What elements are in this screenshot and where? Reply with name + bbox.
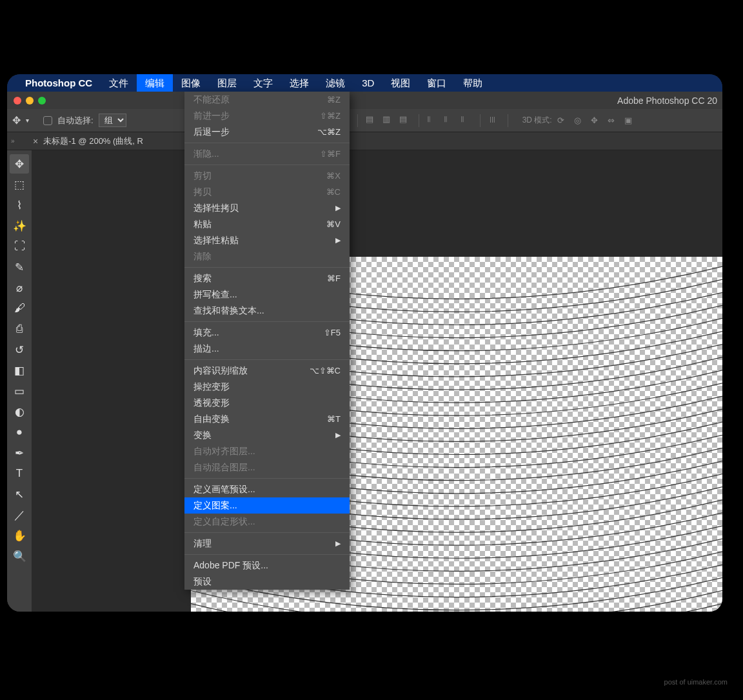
distribute-h-icon[interactable]: ⫴ <box>427 114 439 125</box>
traffic-lights <box>7 97 46 105</box>
menu-item[interactable]: Adobe PDF 预设... <box>184 557 350 574</box>
align-bottom-icon[interactable]: ▤ <box>399 114 411 125</box>
menu-item[interactable]: 拼写检查... <box>184 286 350 303</box>
menu-item-shortcut: ⇧⌘F <box>320 149 341 159</box>
hand-tool[interactable]: ✋ <box>10 526 29 545</box>
menu-type[interactable]: 文字 <box>245 74 281 92</box>
gradient-tool[interactable]: ▭ <box>10 381 29 401</box>
menu-item[interactable]: 清理▶ <box>184 535 350 552</box>
type-tool[interactable]: T <box>10 464 29 483</box>
menu-3d[interactable]: 3D <box>353 74 382 92</box>
menu-item-label: 定义自定形状... <box>193 516 255 528</box>
3d-slide-icon[interactable]: ⇔ <box>608 115 619 126</box>
workspace: ✥ ⬚ ⌇ ✨ ⛶ ✎ ⌀ 🖌 ⎙ ↺ ◧ ▭ ◐ ● ✒ T ↖ ／ ✋ 🔍 <box>7 150 722 612</box>
menu-item-label: 后退一步 <box>193 126 230 138</box>
menu-window[interactable]: 窗口 <box>419 74 455 92</box>
menu-item-label: 清除 <box>193 251 212 263</box>
line-tool[interactable]: ／ <box>10 505 29 525</box>
menu-item-label: 透视变形 <box>193 397 230 409</box>
align-vcenter-icon[interactable]: ▥ <box>382 114 394 125</box>
menu-item[interactable]: 定义图案... <box>184 497 350 514</box>
zoom-button[interactable] <box>38 97 46 105</box>
menu-item-label: 定义图案... <box>193 500 237 512</box>
menu-help[interactable]: 帮助 <box>455 74 491 92</box>
menu-item-label: 查找和替换文本... <box>193 305 264 317</box>
menu-select[interactable]: 选择 <box>281 74 317 92</box>
dodge-tool[interactable]: ● <box>10 423 29 442</box>
eraser-tool[interactable]: ◧ <box>10 361 29 380</box>
menu-item-label: 不能还原 <box>193 94 230 106</box>
move-tool-icon: ✥ <box>12 114 21 126</box>
menu-filter[interactable]: 滤镜 <box>317 74 353 92</box>
menu-image[interactable]: 图像 <box>173 74 209 92</box>
window-title: Adobe Photoshop CC 20 <box>617 95 717 106</box>
menu-item: 拷贝⌘C <box>184 184 350 200</box>
menu-item: 不能还原⌘Z <box>184 92 350 108</box>
menu-item[interactable]: 选择性粘贴▶ <box>184 232 350 248</box>
menu-item[interactable]: 查找和替换文本... <box>184 303 350 319</box>
tab-close-icon[interactable]: × <box>33 136 38 146</box>
healing-brush-tool[interactable]: ⌀ <box>10 278 29 297</box>
menu-item[interactable]: 选择性拷贝▶ <box>184 200 350 216</box>
brush-tool[interactable]: 🖌 <box>10 299 29 318</box>
options-bar: ✥ ▾ 自动选择: 组 ▤ ▥ ▤ ▤ ▥ ▤ ⫴ ⫴ ⫴ ⫼ 3D 模式: ⟳… <box>7 109 722 132</box>
menu-item: 前进一步⇧⌘Z <box>184 108 350 124</box>
menu-item-shortcut: ⌘Z <box>327 95 341 105</box>
menu-item-label: 自动混合图层... <box>193 462 255 474</box>
eyedropper-tool[interactable]: ✎ <box>10 257 29 277</box>
menu-item[interactable]: 变换▶ <box>184 427 350 443</box>
magic-wand-tool[interactable]: ✨ <box>10 216 29 235</box>
distribute-icon[interactable]: ⫴ <box>461 114 472 125</box>
3d-mode-icons: ⟳ ◎ ✥ ⇔ ▣ <box>557 115 636 126</box>
align-top-icon[interactable]: ▤ <box>366 114 377 125</box>
3d-orbit-icon[interactable]: ◎ <box>574 115 586 126</box>
minimize-button[interactable] <box>26 97 34 105</box>
menu-item[interactable]: 透视变形 <box>184 395 350 411</box>
document-tabbar: » × 未标题-1 @ 200% (曲线, R <box>7 132 722 150</box>
menu-item[interactable]: 操控变形 <box>184 379 350 395</box>
clone-stamp-tool[interactable]: ⎙ <box>10 319 29 339</box>
panel-collapse-icon[interactable]: » <box>11 137 15 145</box>
history-brush-tool[interactable]: ↺ <box>10 340 29 359</box>
spacing-icon[interactable]: ⫼ <box>488 114 500 125</box>
menu-item[interactable]: 定义画笔预设... <box>184 481 350 497</box>
lasso-tool[interactable]: ⌇ <box>10 195 29 215</box>
zoom-tool[interactable]: 🔍 <box>10 546 29 566</box>
auto-select-dropdown[interactable]: 组 <box>99 114 126 127</box>
close-button[interactable] <box>14 97 21 105</box>
menu-file[interactable]: 文件 <box>101 74 137 92</box>
menu-item[interactable]: 自由变换⌘T <box>184 411 350 427</box>
menu-item[interactable]: 填充...⇧F5 <box>184 325 350 341</box>
menu-item-label: 填充... <box>193 327 219 339</box>
menu-edit[interactable]: 编辑 <box>137 74 173 92</box>
menu-item-label: 描边... <box>193 343 219 355</box>
menu-item-label: 拼写检查... <box>193 289 237 301</box>
3d-pan-icon[interactable]: ✥ <box>591 115 602 126</box>
menu-item[interactable]: 搜索⌘F <box>184 270 350 286</box>
menu-layer[interactable]: 图层 <box>209 74 245 92</box>
menu-item[interactable]: 描边... <box>184 341 350 357</box>
crop-tool[interactable]: ⛶ <box>10 237 29 256</box>
move-tool[interactable]: ✥ <box>10 154 29 174</box>
document-tab[interactable]: 未标题-1 @ 200% (曲线, R <box>43 135 143 147</box>
menu-view[interactable]: 视图 <box>382 74 419 92</box>
blur-tool[interactable]: ◐ <box>10 402 29 421</box>
marquee-tool[interactable]: ⬚ <box>10 175 29 194</box>
app-menu[interactable]: Photoshop CC <box>25 74 101 92</box>
auto-select-label: 自动选择: <box>57 115 94 126</box>
menu-item[interactable]: 内容识别缩放⌥⇧⌘C <box>184 363 350 379</box>
menu-item-shortcut: ⌥⌘Z <box>317 127 341 137</box>
distribute-v-icon[interactable]: ⫴ <box>444 114 455 125</box>
menu-item-shortcut: ⌘C <box>326 187 341 197</box>
menu-item[interactable]: 后退一步⌥⌘Z <box>184 124 350 140</box>
auto-select-checkbox[interactable] <box>43 116 52 125</box>
menu-item[interactable]: 预设 <box>184 574 350 590</box>
menu-item-shortcut: ⌘X <box>326 171 341 181</box>
path-selection-tool[interactable]: ↖ <box>10 485 29 504</box>
3d-rotate-icon[interactable]: ⟳ <box>557 115 569 126</box>
tool-preset-dropdown-icon[interactable]: ▾ <box>26 117 29 124</box>
3d-camera-icon[interactable]: ▣ <box>624 115 636 126</box>
menu-item[interactable]: 粘贴⌘V <box>184 216 350 232</box>
menu-item: 渐隐...⇧⌘F <box>184 146 350 162</box>
pen-tool[interactable]: ✒ <box>10 443 29 463</box>
